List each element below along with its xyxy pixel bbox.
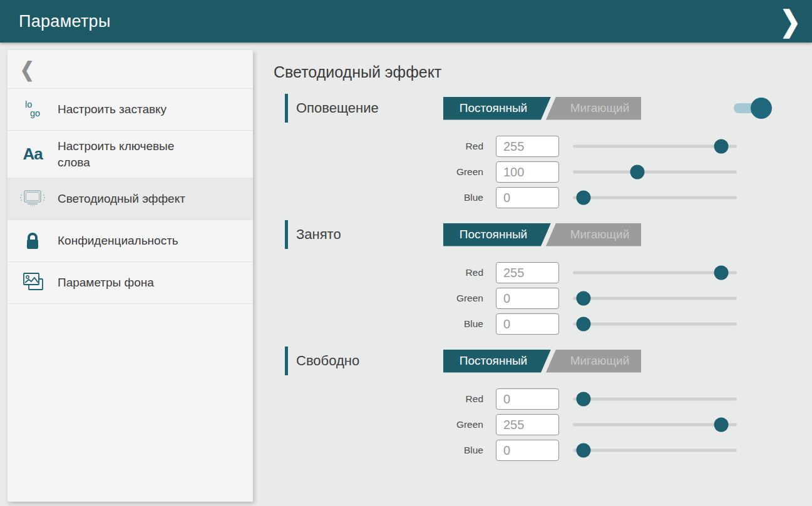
slider-thumb[interactable]: [577, 291, 591, 306]
section-accent-bar: [285, 94, 288, 123]
section-title: Свободно: [296, 353, 432, 369]
rgb-row-green: Green: [274, 414, 793, 435]
channel-label: Red: [274, 393, 483, 405]
green-value-input[interactable]: [496, 414, 559, 435]
page-title: Параметры: [19, 12, 111, 31]
mode-toggle: Постоянный Мигающий: [443, 97, 641, 120]
red-value-input[interactable]: [496, 136, 559, 157]
slider-track[interactable]: [573, 297, 737, 300]
slider-thumb[interactable]: [577, 191, 591, 205]
lock-icon: [8, 230, 58, 252]
mode-blinking-button[interactable]: Мигающий: [543, 223, 641, 246]
mode-constant-button[interactable]: Постоянный: [443, 223, 551, 246]
mode-toggle: Постоянный Мигающий: [443, 223, 641, 246]
channel-label: Blue: [274, 445, 483, 456]
rgb-row-red: Red: [274, 136, 793, 157]
channel-label: Blue: [274, 318, 483, 330]
slider-track[interactable]: [573, 449, 737, 452]
blue-slider[interactable]: [573, 190, 737, 205]
mode-constant-label: Постоянный: [460, 101, 527, 115]
section-free: Свободно Постоянный Мигающий Red Green: [274, 347, 793, 461]
slider-thumb[interactable]: [714, 266, 729, 280]
enable-switch[interactable]: [734, 103, 766, 113]
sidebar-item-label: Настроить заставку: [58, 94, 167, 125]
mode-blinking-label: Мигающий: [570, 101, 630, 115]
mode-blinking-label: Мигающий: [570, 354, 630, 368]
section-title: Занято: [296, 226, 432, 243]
blue-value-input[interactable]: [496, 440, 559, 461]
logo-icon: logo: [8, 101, 58, 118]
channel-label: Green: [274, 293, 483, 304]
channel-label: Blue: [274, 192, 483, 203]
red-value-input[interactable]: [496, 388, 559, 410]
rgb-row-blue: Blue: [274, 440, 793, 461]
sidebar-item-splash-screen[interactable]: logo Настроить заставку: [8, 89, 253, 131]
blue-slider[interactable]: [573, 443, 737, 458]
rgb-row-green: Green: [274, 288, 793, 309]
slider-thumb[interactable]: [714, 418, 729, 432]
slider-track[interactable]: [573, 423, 737, 427]
chevron-right-icon[interactable]: ❯: [779, 7, 801, 36]
sidebar-item-keywords[interactable]: Aa Настроить ключевые слова: [8, 131, 253, 178]
sidebar-item-background[interactable]: Параметры фона: [8, 262, 253, 304]
mode-constant-label: Постоянный: [460, 228, 527, 241]
rgb-row-blue: Blue: [274, 313, 793, 335]
sidebar-item-label: Конфиденциальность: [58, 225, 178, 256]
mode-blinking-button[interactable]: Мигающий: [543, 350, 641, 373]
blue-slider[interactable]: [573, 316, 737, 331]
section-accent-bar: [285, 220, 288, 249]
slider-thumb[interactable]: [714, 139, 729, 154]
green-value-input[interactable]: [496, 161, 559, 183]
mode-toggle: Постоянный Мигающий: [443, 350, 641, 373]
slider-track[interactable]: [573, 171, 737, 174]
slider-track[interactable]: [573, 145, 737, 148]
led-effect-panel: Светодиодный эффект Оповещение Постоянны…: [274, 43, 793, 473]
channel-label: Red: [274, 267, 483, 278]
slider-track[interactable]: [573, 323, 737, 326]
images-icon: [8, 271, 58, 295]
slider-track[interactable]: [573, 196, 737, 200]
red-slider[interactable]: [573, 392, 737, 407]
section-busy: Занято Постоянный Мигающий Red Green: [274, 220, 793, 335]
sidebar-item-label: Настроить ключевые слова: [58, 131, 208, 178]
slider-thumb[interactable]: [630, 165, 645, 180]
sidebar-item-label: Параметры фона: [58, 267, 154, 298]
sidebar-back-button[interactable]: ❮: [8, 50, 253, 89]
rgb-row-green: Green: [274, 161, 793, 183]
slider-track[interactable]: [573, 271, 737, 275]
green-slider[interactable]: [573, 291, 737, 306]
chevron-left-icon: ❮: [20, 57, 34, 81]
green-slider[interactable]: [573, 164, 737, 180]
switch-knob: [751, 98, 772, 119]
slider-thumb[interactable]: [577, 392, 591, 407]
mode-constant-label: Постоянный: [460, 354, 527, 368]
channel-label: Green: [274, 419, 483, 430]
section-notification: Оповещение Постоянный Мигающий Red: [274, 94, 793, 208]
content-title: Светодиодный эффект: [274, 63, 793, 81]
channel-label: Red: [274, 141, 483, 152]
settings-sidebar: ❮ logo Настроить заставку Aa Настроить к…: [8, 50, 253, 502]
green-value-input[interactable]: [496, 288, 559, 309]
mode-blinking-button[interactable]: Мигающий: [543, 97, 641, 120]
slider-track[interactable]: [573, 398, 737, 401]
slider-thumb[interactable]: [577, 317, 591, 331]
red-value-input[interactable]: [496, 262, 559, 283]
blue-value-input[interactable]: [496, 187, 559, 208]
mode-constant-button[interactable]: Постоянный: [443, 350, 551, 373]
rgb-row-red: Red: [274, 388, 793, 410]
mode-constant-button[interactable]: Постоянный: [443, 97, 551, 120]
text-aa-icon: Aa: [8, 144, 58, 164]
section-accent-bar: [285, 347, 288, 375]
red-slider[interactable]: [573, 265, 737, 280]
sidebar-item-privacy[interactable]: Конфиденциальность: [8, 220, 253, 262]
red-slider[interactable]: [573, 139, 737, 154]
blue-value-input[interactable]: [496, 313, 559, 335]
sidebar-item-led-effect[interactable]: Светодиодный эффект: [8, 178, 253, 220]
channel-label: Green: [274, 166, 483, 178]
mode-blinking-label: Мигающий: [570, 228, 630, 241]
slider-thumb[interactable]: [577, 443, 591, 458]
sidebar-item-label: Светодиодный эффект: [58, 183, 185, 215]
app-header: Параметры ❯: [0, 0, 812, 43]
green-slider[interactable]: [573, 417, 737, 432]
monitor-glow-icon: [8, 188, 58, 210]
